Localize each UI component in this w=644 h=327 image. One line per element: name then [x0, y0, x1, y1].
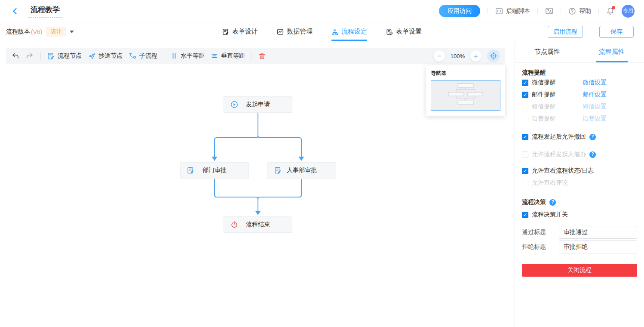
pass-title-row: 通过标题	[522, 226, 637, 239]
back-button[interactable]	[11, 7, 19, 15]
close-flow-button[interactable]: 关闭流程	[522, 264, 637, 277]
option-row-view-comments: 允许查看评论	[522, 177, 637, 189]
panel-tabs: 节点属性 流程属性	[515, 41, 644, 63]
chevron-left-icon	[11, 7, 19, 15]
voice-remind-checkbox[interactable]	[522, 116, 528, 122]
flow-node-end[interactable]: 流程结束	[224, 216, 292, 233]
node-label: 流程结束	[246, 221, 270, 228]
option-row-allow-urge: 允许流程发起人催办	[522, 148, 637, 160]
question-circle-icon	[568, 7, 576, 15]
backend-script-button[interactable]: 后端脚本	[495, 7, 530, 15]
navigator-toggle-button[interactable]	[487, 49, 500, 62]
enable-flow-button[interactable]: 启用流程	[548, 26, 583, 38]
design-badge: 设计	[46, 27, 66, 37]
flow-canvas[interactable]: 流程节点 抄送节点 子流程 水	[0, 41, 515, 327]
add-cc-node-button[interactable]: 抄送节点	[88, 52, 123, 60]
email-remind-checkbox[interactable]	[522, 92, 528, 98]
option-row-view-status: 允许查看流程状态/日志	[522, 165, 637, 177]
flow-node-start[interactable]: 发起申请	[224, 96, 292, 113]
view-comments-checkbox[interactable]	[522, 180, 528, 186]
version-label: 流程版本	[6, 28, 30, 36]
add-flow-node-button[interactable]: 流程节点	[47, 52, 82, 60]
flow-node-dept-approve[interactable]: 部门审批	[180, 162, 249, 179]
add-subflow-button[interactable]: 子流程	[129, 52, 157, 60]
sms-settings-link[interactable]: 短信设置	[583, 103, 607, 111]
divider	[537, 8, 538, 14]
sub-header: 流程版本(V6) 设计 表单设计 数据管理	[0, 22, 644, 41]
decision-switch-row: 流程决策开关	[522, 209, 637, 221]
flow-node-hr-approve[interactable]: 人事部审批	[267, 162, 336, 179]
notification-badge	[612, 6, 615, 9]
zoom-controls: − 100% +	[434, 49, 500, 62]
allow-withdraw-checkbox[interactable]	[522, 134, 528, 140]
top-header: 流程教学 应用访问 后端脚本 帮助	[0, 0, 644, 22]
email-settings-link[interactable]: 邮件设置	[583, 91, 607, 99]
data-manage-icon	[277, 28, 284, 35]
reject-title-input[interactable]	[559, 241, 637, 253]
tab-form-settings[interactable]: 表单设置	[386, 22, 422, 41]
code-icon	[495, 7, 503, 15]
voice-settings-link[interactable]: 语音设置	[583, 115, 607, 123]
help-icon[interactable]	[589, 151, 596, 158]
help-button[interactable]: 帮助	[568, 7, 591, 15]
reject-title-label: 拒绝标题	[522, 243, 559, 251]
divider	[488, 8, 488, 14]
divider	[598, 8, 599, 14]
sms-remind-checkbox[interactable]	[522, 104, 528, 110]
horizontal-spacing-button[interactable]: 水平等距	[171, 52, 205, 60]
flow-node-icon	[47, 52, 55, 60]
view-status-checkbox[interactable]	[522, 168, 528, 174]
form-design-icon	[222, 28, 229, 35]
page-title[interactable]: 流程教学	[28, 5, 62, 18]
wechat-remind-checkbox[interactable]	[522, 80, 528, 86]
approve-node-icon	[274, 167, 282, 174]
save-button[interactable]: 保存	[599, 26, 634, 38]
wechat-settings-link[interactable]: 微信设置	[583, 79, 607, 86]
notifications-button[interactable]	[606, 7, 614, 15]
minimap-flow-thumbnail	[432, 82, 500, 109]
delete-node-button[interactable]	[258, 52, 266, 60]
language-button[interactable]	[545, 7, 553, 15]
remind-row-wechat: 微信提醒 微信设置	[522, 77, 637, 89]
remind-row-sms: 短信提醒 短信设置	[522, 101, 637, 113]
tab-data-manage[interactable]: 数据管理	[277, 22, 313, 41]
version-info: 流程版本(V6) 设计	[6, 27, 74, 37]
flow-setting-icon	[331, 28, 338, 35]
divider	[251, 52, 252, 60]
tab-flow-properties[interactable]: 流程属性	[580, 41, 644, 62]
help-icon[interactable]	[549, 199, 556, 206]
node-label: 部门审批	[202, 167, 227, 174]
undo-icon	[11, 52, 19, 60]
version-dropdown-caret[interactable]	[70, 31, 74, 35]
option-row-allow-withdraw: 流程发起后允许撤回	[522, 131, 637, 143]
section-flow-remind: 流程提醒	[522, 69, 637, 77]
form-settings-icon	[386, 28, 393, 35]
properties-panel: 节点属性 流程属性 流程提醒 微信提醒 微信设置 邮件提醒 邮件设置 短信提醒 …	[515, 41, 644, 327]
decision-switch-checkbox[interactable]	[522, 212, 528, 218]
node-label: 发起申请	[246, 101, 270, 108]
undo-button[interactable]	[11, 52, 19, 60]
section-flow-decision: 流程决策	[522, 198, 637, 206]
app-access-button[interactable]: 应用访问	[439, 5, 480, 17]
tab-form-design[interactable]: 表单设计	[222, 22, 258, 41]
navigator-minimap[interactable]	[431, 80, 500, 111]
vertical-spacing-button[interactable]: 垂直等距	[211, 52, 245, 60]
allow-urge-checkbox[interactable]	[522, 151, 528, 158]
remind-row-email: 邮件提醒 邮件设置	[522, 89, 637, 101]
avatar[interactable]: 专用	[622, 5, 635, 18]
language-icon	[545, 7, 553, 15]
paper-plane-icon	[88, 52, 95, 60]
zoom-out-button[interactable]: −	[434, 50, 445, 62]
divider	[561, 8, 561, 14]
pass-title-input[interactable]	[559, 226, 637, 239]
zoom-level: 100%	[451, 53, 465, 59]
pass-title-label: 通过标题	[522, 228, 559, 236]
zoom-in-button[interactable]: +	[470, 50, 481, 62]
tab-node-properties[interactable]: 节点属性	[515, 41, 580, 62]
help-icon[interactable]	[589, 134, 596, 140]
divider	[40, 52, 41, 60]
tab-flow-setting[interactable]: 流程设定	[331, 22, 367, 41]
redo-button[interactable]	[26, 52, 34, 60]
reject-title-row: 拒绝标题	[522, 241, 637, 253]
module-tabs: 表单设计 数据管理 流程设定 表单设置	[222, 22, 422, 41]
